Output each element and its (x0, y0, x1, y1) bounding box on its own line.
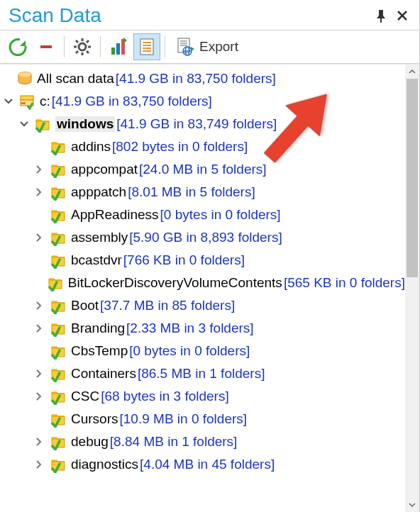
node-name: Containers (71, 366, 136, 382)
scroll-thumb[interactable] (407, 79, 418, 277)
node-stats: [41.9 GB in 83,750 folders] (116, 71, 276, 87)
node-stats: [8.01 MB in 5 folders] (128, 184, 255, 200)
expander[interactable] (35, 324, 50, 333)
close-button[interactable] (394, 7, 411, 24)
tree-row[interactable]: addins [802 bytes in 0 folders] (0, 135, 405, 158)
chart-view-button[interactable] (105, 33, 132, 60)
node-name: windows (55, 116, 115, 132)
scroll-up-button[interactable] (405, 65, 419, 79)
expander[interactable] (35, 369, 50, 378)
tree-row[interactable]: Boot [37.7 MB in 85 folders] (0, 294, 405, 317)
tree-row[interactable]: bcastdvr [766 KB in 0 folders] (0, 249, 405, 272)
folder-icon (50, 251, 68, 269)
node-name: BitLockerDiscoveryVolumeContents (68, 275, 282, 291)
close-icon (397, 10, 408, 21)
node-name: CSC (71, 389, 99, 404)
folder-icon (50, 160, 68, 179)
tree-view[interactable]: All scan data [41.9 GB in 83,750 folders… (0, 65, 405, 512)
chevron-right-icon (35, 165, 43, 174)
tree-row[interactable]: diagnostics [4.04 MB in 45 folders] (0, 453, 405, 476)
chevron-right-icon (35, 188, 43, 196)
pin-button[interactable] (372, 7, 389, 24)
node-stats: [68 bytes in 3 folders] (101, 389, 229, 404)
export-icon (175, 37, 195, 57)
tree-row-drive[interactable]: c: [41.9 GB in 83,750 folders] (0, 90, 405, 113)
scroll-track[interactable] (405, 79, 419, 498)
refresh-button[interactable] (4, 33, 31, 60)
node-stats: [41.9 GB in 83,749 folders] (116, 116, 277, 132)
node-name: debug (71, 434, 109, 450)
chevron-right-icon (35, 324, 43, 333)
toolbar: Export (0, 30, 419, 64)
node-stats: [24.0 MB in 5 folders] (139, 162, 267, 177)
expander[interactable] (35, 165, 50, 174)
chevron-right-icon (35, 460, 43, 469)
tree-row-selected[interactable]: windows [41.9 GB in 83,749 folders] (0, 113, 405, 135)
folder-icon (50, 319, 68, 338)
node-stats: [766 KB in 0 folders] (123, 252, 245, 268)
folder-icon (50, 138, 68, 156)
expander[interactable] (20, 120, 34, 128)
tree-row[interactable]: Cursors [10.9 MB in 0 folders] (0, 408, 405, 430)
export-button[interactable]: Export (170, 33, 244, 60)
document-icon (138, 38, 156, 56)
expander[interactable] (35, 392, 50, 401)
tree-row[interactable]: CbsTemp [0 bytes in 0 folders] (0, 340, 405, 362)
settings-button[interactable] (69, 33, 96, 60)
chevron-right-icon (35, 369, 43, 378)
drive-icon (18, 92, 37, 111)
gear-icon (73, 38, 92, 56)
tree-row[interactable]: BitLockerDiscoveryVolumeContents [565 KB… (0, 272, 405, 294)
node-name: assembly (71, 230, 128, 245)
folder-icon (50, 342, 68, 360)
tree-row[interactable]: appcompat [24.0 MB in 5 folders] (0, 158, 405, 181)
expander[interactable] (4, 97, 18, 106)
node-stats: [565 KB in 0 folders] (284, 275, 405, 291)
chevron-down-icon (4, 97, 13, 106)
tree-row[interactable]: CSC [68 bytes in 3 folders] (0, 385, 405, 408)
folder-icon (50, 206, 68, 224)
expander[interactable] (35, 188, 50, 196)
expander[interactable] (35, 301, 50, 310)
node-name: apppatch (71, 184, 126, 200)
chevron-down-icon (409, 501, 416, 508)
node-stats: [10.9 MB in 0 folders] (120, 411, 248, 427)
node-name: CbsTemp (71, 343, 128, 359)
panel-title-bar: Scan Data (0, 0, 419, 30)
database-icon (16, 69, 34, 88)
tree-row[interactable]: Containers [86.5 MB in 1 folders] (0, 362, 405, 385)
toolbar-separator (100, 36, 101, 57)
chevron-right-icon (35, 392, 43, 401)
pin-icon (375, 9, 387, 23)
folder-icon (50, 455, 68, 474)
expander[interactable] (35, 460, 50, 469)
tree-row[interactable]: Branding [2.33 MB in 3 folders] (0, 317, 405, 340)
folder-icon (50, 387, 68, 406)
list-view-button[interactable] (133, 33, 160, 60)
tree-row[interactable]: apppatch [8.01 MB in 5 folders] (0, 181, 405, 204)
folder-icon (50, 228, 68, 247)
node-stats: [0 bytes in 0 folders] (160, 207, 281, 223)
tree-row[interactable]: AppReadiness [0 bytes in 0 folders] (0, 204, 405, 226)
node-name: bcastdvr (71, 252, 122, 268)
folder-icon (48, 274, 65, 292)
folder-icon (50, 364, 68, 383)
bar-chart-icon (109, 38, 128, 56)
chevron-right-icon (35, 233, 43, 242)
tree-row[interactable]: debug [8.84 MB in 1 folders] (0, 430, 405, 453)
folder-icon (50, 296, 68, 315)
node-stats: [5.90 GB in 8,893 folders] (129, 230, 282, 245)
folder-icon (50, 433, 68, 451)
scroll-down-button[interactable] (405, 498, 419, 512)
expander[interactable] (35, 233, 50, 242)
panel-title: Scan Data (9, 4, 368, 27)
remove-button[interactable] (33, 33, 60, 60)
tree-row[interactable]: assembly [5.90 GB in 8,893 folders] (0, 226, 405, 249)
tree-row-root[interactable]: All scan data [41.9 GB in 83,750 folders… (0, 67, 405, 90)
node-name: Branding (71, 321, 125, 336)
vertical-scrollbar[interactable] (405, 65, 419, 512)
chevron-right-icon (35, 438, 43, 446)
expander[interactable] (35, 438, 50, 446)
node-stats: [86.5 MB in 1 folders] (138, 366, 265, 382)
chevron-up-icon (409, 68, 416, 75)
